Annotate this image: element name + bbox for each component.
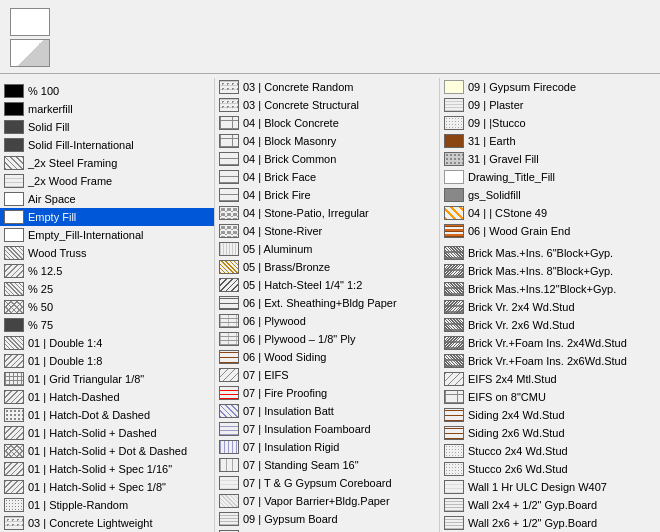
item-icon [4, 156, 24, 170]
col3-composite-item-4[interactable]: Brick Vr. 2x6 Wd.Stud [440, 316, 660, 334]
item-icon [219, 170, 239, 184]
col1-item-3[interactable]: Solid Fill-International [0, 136, 214, 154]
col1-item-8[interactable]: Empty_Fill-International [0, 226, 214, 244]
col1-item-7[interactable]: Empty Fill [0, 208, 214, 226]
col1-item-9[interactable]: Wood Truss [0, 244, 214, 262]
col2-item-25[interactable]: 09 | Gypsum Board+Vapor Barrier [215, 528, 439, 532]
col3-top-item-7[interactable]: 04 | | CStone 49 [440, 204, 660, 222]
item-icon [444, 80, 464, 94]
col3-composite-item-5[interactable]: Brick Vr.+Foam Ins. 2x4Wd.Stud [440, 334, 660, 352]
col1-item-5[interactable]: _2x Wood Frame [0, 172, 214, 190]
col1-item-20[interactable]: 01 | Hatch-Solid + Dot & Dashed [0, 442, 214, 460]
col3-top-item-2[interactable]: 09 | |Stucco [440, 114, 660, 132]
col2-item-12[interactable]: 06 | Ext. Sheathing+Bldg Paper [215, 294, 439, 312]
item-icon [219, 386, 239, 400]
item-label: 04 | Stone-River [243, 225, 322, 237]
col3-composite-item-15[interactable]: Wall 2x6 + 1/2" Gyp.Board [440, 514, 660, 532]
col2-item-22[interactable]: 07 | T & G Gypsum Coreboard [215, 474, 439, 492]
col2-item-8[interactable]: 04 | Stone-River [215, 222, 439, 240]
col2-item-10[interactable]: 05 | Brass/Bronze [215, 258, 439, 276]
col3-composite-item-8[interactable]: EIFS on 8"CMU [440, 388, 660, 406]
col2-item-18[interactable]: 07 | Insulation Batt [215, 402, 439, 420]
col2-item-4[interactable]: 04 | Brick Common [215, 150, 439, 168]
col1-item-2[interactable]: Solid Fill [0, 118, 214, 136]
col1-item-1[interactable]: markerfill [0, 100, 214, 118]
col3-composite-item-12[interactable]: Stucco 2x6 Wd.Stud [440, 460, 660, 478]
col3-top-item-4[interactable]: 31 | Gravel Fill [440, 150, 660, 168]
item-label: % 25 [28, 283, 53, 295]
item-label: Brick Vr.+Foam Ins. 2x6Wd.Stud [468, 355, 627, 367]
col3-top-item-5[interactable]: Drawing_Title_Fill [440, 168, 660, 186]
col3-composite-item-9[interactable]: Siding 2x4 Wd.Stud [440, 406, 660, 424]
col1-item-18[interactable]: 01 | Hatch-Dot & Dashed [0, 406, 214, 424]
col1-item-17[interactable]: 01 | Hatch-Dashed [0, 388, 214, 406]
col2-item-23[interactable]: 07 | Vapor Barrier+Bldg.Paper [215, 492, 439, 510]
col2-item-3[interactable]: 04 | Block Masonry [215, 132, 439, 150]
item-icon [4, 174, 24, 188]
item-label: Wall 2x6 + 1/2" Gyp.Board [468, 517, 597, 529]
col1-item-13[interactable]: % 75 [0, 316, 214, 334]
col2-item-9[interactable]: 05 | Aluminum [215, 240, 439, 258]
col3-composite-item-6[interactable]: Brick Vr.+Foam Ins. 2x6Wd.Stud [440, 352, 660, 370]
col1-item-19[interactable]: 01 | Hatch-Solid + Dashed [0, 424, 214, 442]
col2-item-0[interactable]: 03 | Concrete Random [215, 78, 439, 96]
item-label: 07 | Insulation Foamboard [243, 423, 371, 435]
col2-item-19[interactable]: 07 | Insulation Foamboard [215, 420, 439, 438]
col2-item-7[interactable]: 04 | Stone-Patio, Irregular [215, 204, 439, 222]
item-icon [219, 440, 239, 454]
col1-item-23[interactable]: 01 | Stipple-Random [0, 496, 214, 514]
item-label: 06 | Wood Siding [243, 351, 326, 363]
col1-item-22[interactable]: 01 | Hatch-Solid + Spec 1/8" [0, 478, 214, 496]
item-label: _2x Steel Framing [28, 157, 117, 169]
col1-item-4[interactable]: _2x Steel Framing [0, 154, 214, 172]
item-icon [444, 480, 464, 494]
col2-item-5[interactable]: 04 | Brick Face [215, 168, 439, 186]
col1-item-0[interactable]: % 100 [0, 82, 214, 100]
col3-composite-item-1[interactable]: Brick Mas.+Ins. 8"Block+Gyp. [440, 262, 660, 280]
col3-composite-item-2[interactable]: Brick Mas.+Ins.12"Block+Gyp. [440, 280, 660, 298]
col1-item-16[interactable]: 01 | Grid Triangular 1/8" [0, 370, 214, 388]
col3-composite-item-10[interactable]: Siding 2x6 Wd.Stud [440, 424, 660, 442]
col2-item-14[interactable]: 06 | Plywood – 1/8" Ply [215, 330, 439, 348]
col1-item-6[interactable]: Air Space [0, 190, 214, 208]
item-label: % 75 [28, 319, 53, 331]
item-label: 01 | Hatch-Solid + Spec 1/16" [28, 463, 172, 475]
col3-composite-item-11[interactable]: Stucco 2x4 Wd.Stud [440, 442, 660, 460]
col2-item-17[interactable]: 07 | Fire Proofing [215, 384, 439, 402]
col3-composite-item-3[interactable]: Brick Vr. 2x4 Wd.Stud [440, 298, 660, 316]
item-icon [4, 192, 24, 206]
col3-top-item-3[interactable]: 31 | Earth [440, 132, 660, 150]
item-icon [219, 224, 239, 238]
col2-item-11[interactable]: 05 | Hatch-Steel 1/4" 1:2 [215, 276, 439, 294]
item-label: 09 | Gypsum Firecode [468, 81, 576, 93]
col2-item-1[interactable]: 03 | Concrete Structural [215, 96, 439, 114]
col2-item-15[interactable]: 06 | Wood Siding [215, 348, 439, 366]
col1-item-15[interactable]: 01 | Double 1:8 [0, 352, 214, 370]
col1-item-12[interactable]: % 50 [0, 298, 214, 316]
col2-item-13[interactable]: 06 | Plywood [215, 312, 439, 330]
col3-composite-item-13[interactable]: Wall 1 Hr ULC Design W407 [440, 478, 660, 496]
item-icon [4, 480, 24, 494]
col2-item-2[interactable]: 04 | Block Concrete [215, 114, 439, 132]
col3-composite-item-0[interactable]: Brick Mas.+Ins. 6"Block+Gyp. [440, 244, 660, 262]
col2-item-20[interactable]: 07 | Insulation Rigid [215, 438, 439, 456]
col3-composite-item-14[interactable]: Wall 2x4 + 1/2" Gyp.Board [440, 496, 660, 514]
item-label: Brick Vr.+Foam Ins. 2x4Wd.Stud [468, 337, 627, 349]
col3-top-item-1[interactable]: 09 | Plaster [440, 96, 660, 114]
col3-composite-item-7[interactable]: EIFS 2x4 Mtl.Stud [440, 370, 660, 388]
col2-item-6[interactable]: 04 | Brick Fire [215, 186, 439, 204]
col3-top-item-0[interactable]: 09 | Gypsum Firecode [440, 78, 660, 96]
col3-top-item-8[interactable]: 06 | Wood Grain End [440, 222, 660, 240]
col3-top-item-6[interactable]: gs_Solidfill [440, 186, 660, 204]
col1-item-21[interactable]: 01 | Hatch-Solid + Spec 1/16" [0, 460, 214, 478]
col1-item-14[interactable]: 01 | Double 1:4 [0, 334, 214, 352]
col1-item-24[interactable]: 03 | Concrete Lightweight [0, 514, 214, 532]
col1-item-11[interactable]: % 25 [0, 280, 214, 298]
col2-item-16[interactable]: 07 | EIFS [215, 366, 439, 384]
col2-item-21[interactable]: 07 | Standing Seam 16" [215, 456, 439, 474]
col1-item-10[interactable]: % 12.5 [0, 262, 214, 280]
item-icon [4, 498, 24, 512]
item-icon [219, 494, 239, 508]
item-label: Empty Fill [28, 211, 76, 223]
col2-item-24[interactable]: 09 | Gypsum Board [215, 510, 439, 528]
